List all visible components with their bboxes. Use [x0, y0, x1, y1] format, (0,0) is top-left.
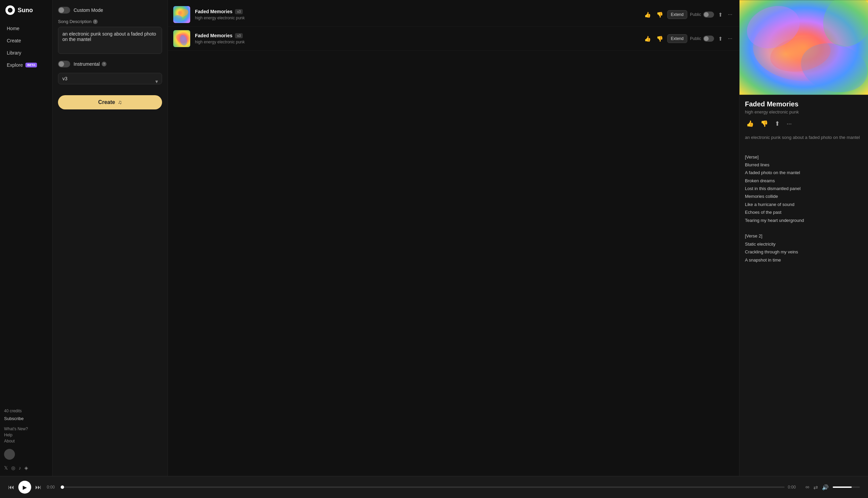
- discord-icon[interactable]: ◈: [24, 465, 28, 471]
- song-card-1[interactable]: Faded Memories v3 high energy electronic…: [168, 3, 739, 27]
- version-badge-2: v3: [235, 33, 243, 38]
- sidebar: Suno Home Create Library Explore BETA 40…: [0, 0, 53, 476]
- rp-dislike-button[interactable]: 👎: [759, 119, 769, 129]
- dislike-button-2[interactable]: 👎: [655, 34, 665, 43]
- public-label-2: Public: [690, 36, 701, 41]
- like-button-2[interactable]: 👍: [643, 34, 652, 43]
- right-panel-genre: high energy electronic punk: [745, 109, 863, 115]
- subscribe-button[interactable]: Subscribe: [4, 416, 48, 421]
- custom-mode-row: Custom Mode: [58, 7, 162, 14]
- volume-fill: [833, 486, 852, 488]
- sidebar-links: What's New? Help About: [4, 427, 48, 444]
- instrumental-row: Instrumental ?: [58, 61, 162, 67]
- song-genre-2: high energy electronic punk: [195, 40, 638, 44]
- right-panel-artwork: [740, 0, 868, 95]
- public-toggle-knob-1: [704, 12, 709, 17]
- previous-button[interactable]: ⏮: [8, 484, 14, 491]
- public-toggle-1[interactable]: [703, 12, 714, 18]
- explore-label: Explore: [7, 62, 23, 68]
- instagram-icon[interactable]: ◎: [11, 465, 15, 471]
- shuffle-button[interactable]: ⇄: [814, 484, 818, 490]
- public-toggle-2[interactable]: [703, 36, 714, 42]
- rp-like-button[interactable]: 👍: [745, 119, 755, 129]
- volume-track[interactable]: [833, 486, 860, 488]
- version-badge-1: v3: [235, 9, 243, 14]
- next-button[interactable]: ⏭: [35, 484, 41, 491]
- music-note-icon: ♫: [118, 99, 122, 105]
- lyrics-text: [Verse] Blurred lines A faded photo on t…: [745, 153, 863, 264]
- share-button-1[interactable]: ⬆: [717, 10, 724, 19]
- extend-button-1[interactable]: Extend: [667, 10, 687, 19]
- song-title-1: Faded Memories: [195, 9, 232, 14]
- public-toggle-knob-2: [704, 36, 709, 41]
- more-button-1[interactable]: ···: [727, 10, 734, 19]
- loop-button[interactable]: ∞: [806, 484, 809, 490]
- song-info-2: Faded Memories v3 high energy electronic…: [195, 33, 638, 44]
- like-button-1[interactable]: 👍: [643, 10, 652, 19]
- nav-items: Home Create Library Explore BETA: [0, 23, 52, 70]
- rp-more-button[interactable]: ···: [785, 119, 793, 129]
- right-panel-actions: 👍 👎 ⬆ ···: [745, 119, 863, 129]
- avatar[interactable]: [4, 449, 15, 460]
- song-actions-2: 👍 👎 Extend Public ⬆ ···: [643, 34, 734, 43]
- more-button-2[interactable]: ···: [727, 34, 734, 43]
- library-label: Library: [7, 50, 21, 55]
- help-link[interactable]: Help: [4, 433, 48, 437]
- dislike-button-1[interactable]: 👎: [655, 10, 665, 19]
- share-button-2[interactable]: ⬆: [717, 34, 724, 43]
- song-card-2[interactable]: Faded Memories v3 high energy electronic…: [168, 27, 739, 51]
- song-actions-1: 👍 👎 Extend Public ⬆ ···: [643, 10, 734, 19]
- instrumental-label: Instrumental ?: [74, 61, 106, 67]
- time-total: 0:00: [788, 485, 800, 489]
- custom-mode-toggle-knob: [59, 8, 64, 13]
- create-label: Create: [7, 38, 21, 43]
- right-panel-description: an electronic punk song about a faded ph…: [745, 134, 863, 141]
- song-info-1: Faded Memories v3 high energy electronic…: [195, 9, 638, 20]
- progress-track[interactable]: [62, 486, 784, 488]
- create-panel: Custom Mode Song Description ? an electr…: [53, 0, 168, 476]
- right-panel-title: Faded Memories: [745, 100, 863, 108]
- player-right: ∞ ⇄ 🔊: [806, 484, 860, 490]
- volume-button[interactable]: 🔊: [822, 484, 829, 490]
- play-button[interactable]: ▶: [18, 481, 31, 494]
- right-panel: Faded Memories high energy electronic pu…: [739, 0, 868, 476]
- rp-share-button[interactable]: ⬆: [774, 119, 781, 129]
- logo-text: Suno: [18, 7, 33, 14]
- song-description-help-icon[interactable]: ?: [93, 19, 98, 24]
- custom-mode-toggle[interactable]: [58, 7, 70, 14]
- extend-button-2[interactable]: Extend: [667, 34, 687, 43]
- sidebar-bottom: 40 credits Subscribe What's New? Help Ab…: [0, 409, 52, 471]
- sidebar-item-home[interactable]: Home: [3, 23, 50, 34]
- logo-icon: [5, 5, 15, 15]
- credits-text: 40 credits: [4, 409, 48, 413]
- song-description-label: Song Description ?: [58, 19, 162, 24]
- version-select-wrapper: v3 v2 v1: [58, 73, 162, 90]
- song-description-input[interactable]: an electronic punk song about a faded ph…: [58, 27, 162, 54]
- sidebar-item-create[interactable]: Create: [3, 35, 50, 46]
- social-icons: 𝕏 ◎ ♪ ◈: [4, 465, 48, 471]
- twitter-icon[interactable]: 𝕏: [4, 465, 8, 471]
- time-current: 0:00: [47, 485, 59, 489]
- version-select[interactable]: v3 v2 v1: [58, 73, 162, 84]
- player-progress: 0:00 0:00: [47, 485, 800, 489]
- instrumental-help-icon[interactable]: ?: [102, 62, 106, 66]
- sidebar-item-library[interactable]: Library: [3, 48, 50, 58]
- song-thumbnail-1: [173, 6, 190, 23]
- tiktok-icon[interactable]: ♪: [18, 465, 21, 471]
- whats-new-link[interactable]: What's New?: [4, 427, 48, 431]
- public-toggle-row-1: Public: [690, 12, 714, 18]
- song-title-2: Faded Memories: [195, 33, 232, 38]
- create-button[interactable]: Create ♫: [58, 95, 162, 109]
- instrumental-toggle[interactable]: [58, 61, 70, 67]
- public-label-1: Public: [690, 12, 701, 17]
- right-panel-info: Faded Memories high energy electronic pu…: [740, 95, 868, 153]
- logo[interactable]: Suno: [0, 5, 52, 23]
- about-link[interactable]: About: [4, 439, 48, 444]
- instrumental-toggle-knob: [59, 61, 64, 67]
- song-thumbnail-2: [173, 30, 190, 47]
- player-controls: ⏮ ▶ ⏭: [8, 481, 41, 494]
- home-label: Home: [7, 26, 19, 31]
- sidebar-item-explore[interactable]: Explore BETA: [3, 60, 50, 70]
- player-bar: ⏮ ▶ ⏭ 0:00 0:00 ∞ ⇄ 🔊: [0, 476, 868, 498]
- progress-dot: [61, 485, 64, 489]
